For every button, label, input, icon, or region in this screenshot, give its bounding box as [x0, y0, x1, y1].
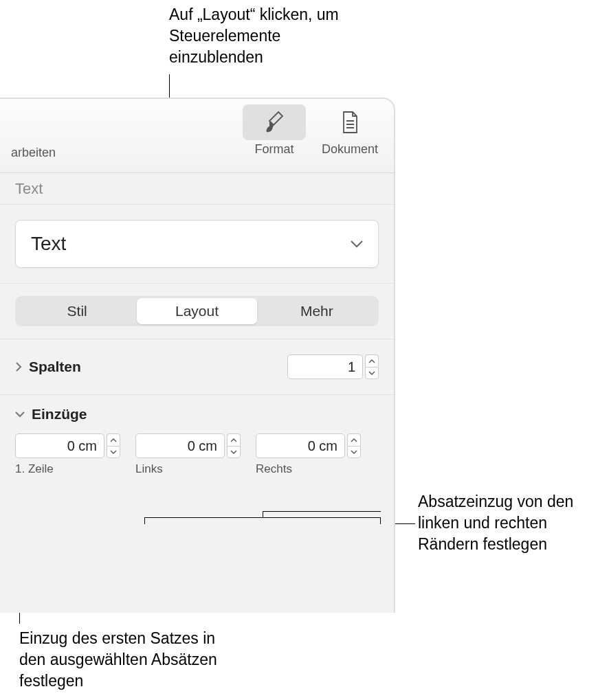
toolbar-partial-label: arbeiten: [11, 146, 56, 160]
columns-header[interactable]: Spalten: [15, 359, 81, 375]
callout-first-line-indent: Einzug des ersten Satzes in den ausgewäh…: [19, 628, 225, 692]
left-indent-step-down[interactable]: [227, 446, 241, 458]
chevron-down-icon: [230, 450, 237, 454]
callout-paragraph-indent: Absatzeinzug von den linken und rechten …: [418, 491, 590, 555]
chevron-down-icon: [351, 450, 357, 454]
chevron-up-icon: [368, 359, 375, 363]
chevron-down-icon: [15, 411, 25, 418]
left-indent-stepper: [135, 433, 241, 458]
paragraph-style-picker[interactable]: Text: [15, 220, 379, 268]
first-line-stepper: [15, 433, 120, 458]
tab-stil[interactable]: Stil: [17, 298, 137, 324]
format-label: Format: [254, 142, 294, 157]
callout-layout-tab: Auf „Layout“ klicken, um Steuerelemente …: [169, 4, 348, 68]
columns-input[interactable]: [287, 354, 363, 379]
callout-bracket-right: [144, 517, 381, 524]
first-line-input[interactable]: [15, 433, 104, 458]
chevron-down-icon: [110, 450, 117, 454]
first-line-label: 1. Zeile: [15, 462, 120, 476]
chevron-down-icon: [351, 240, 363, 248]
text-tabs-segmented: Stil Layout Mehr: [15, 296, 379, 326]
tab-mehr[interactable]: Mehr: [257, 298, 377, 324]
left-indent-step-up[interactable]: [227, 433, 241, 446]
toolbar: arbeiten Format: [0, 99, 394, 173]
document-icon: [340, 110, 359, 135]
paragraph-style-value: Text: [31, 233, 66, 255]
text-tabs-row: Stil Layout Mehr: [0, 284, 394, 339]
document-label: Dokument: [322, 142, 378, 157]
tab-layout[interactable]: Layout: [137, 298, 256, 324]
callout-bracket-stem: [263, 511, 263, 517]
indents-section: Einzüge 1. Zeile: [0, 395, 394, 491]
left-indent-input[interactable]: [135, 433, 225, 458]
paragraph-style-row: Text: [0, 205, 394, 284]
first-line-step-up[interactable]: [107, 433, 120, 446]
first-line-step-down[interactable]: [107, 446, 120, 458]
document-button[interactable]: Dokument: [318, 104, 381, 157]
chevron-up-icon: [110, 438, 117, 442]
columns-step-down[interactable]: [365, 367, 379, 379]
left-indent-label: Links: [135, 462, 241, 476]
chevron-up-icon: [230, 438, 237, 442]
chevron-down-icon: [368, 371, 375, 375]
inspector-section-title: Text: [0, 173, 394, 205]
indents-label: Einzüge: [32, 406, 87, 422]
columns-step-up[interactable]: [365, 354, 379, 367]
right-indent-stepper: [256, 433, 361, 458]
left-indent-col: Links: [135, 433, 241, 476]
right-indent-col: Rechts: [256, 433, 361, 476]
paintbrush-icon: [263, 110, 285, 135]
first-line-indent-col: 1. Zeile: [15, 433, 120, 476]
inspector-panel: arbeiten Format: [0, 98, 395, 613]
columns-row: Spalten: [0, 339, 394, 395]
callout-bracket-connector: [263, 511, 381, 512]
right-indent-input[interactable]: [256, 433, 345, 458]
columns-stepper: [287, 354, 379, 379]
chevron-right-icon: [15, 362, 22, 372]
chevron-up-icon: [351, 438, 357, 442]
right-indent-label: Rechts: [256, 462, 361, 476]
format-button[interactable]: Format: [243, 104, 306, 157]
right-indent-step-down[interactable]: [347, 446, 361, 458]
right-indent-step-up[interactable]: [347, 433, 361, 446]
columns-label: Spalten: [29, 359, 81, 375]
indents-header[interactable]: Einzüge: [15, 406, 379, 422]
